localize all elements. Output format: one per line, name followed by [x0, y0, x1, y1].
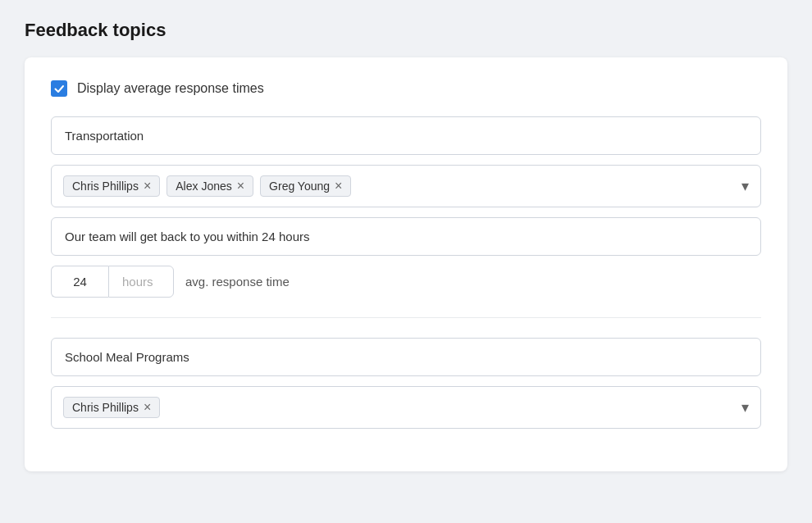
tag-label: Chris Phillips	[72, 401, 139, 414]
topic-2-tags-dropdown[interactable]: Chris Phillips × ▾	[51, 386, 761, 429]
topic-1-tag-alex-jones: Alex Jones ×	[167, 175, 253, 197]
topic-1-block: Chris Phillips × Alex Jones × Greg Young…	[51, 116, 761, 298]
topic-1-tag-chris-phillips-remove[interactable]: ×	[144, 180, 151, 193]
tag-label: Chris Phillips	[72, 180, 139, 193]
checkbox-label: Display average response times	[77, 81, 264, 96]
topic-1-tag-alex-jones-remove[interactable]: ×	[237, 180, 244, 193]
section-divider	[51, 317, 761, 318]
topic-1-name-input[interactable]	[51, 116, 761, 155]
topic-2-tags-dropdown-arrow[interactable]: ▾	[741, 398, 749, 416]
topic-1-tag-greg-young: Greg Young ×	[260, 175, 351, 197]
checkmark-icon	[54, 84, 65, 94]
topic-1-message-input[interactable]	[51, 217, 761, 256]
topic-1-tags-dropdown[interactable]: Chris Phillips × Alex Jones × Greg Young…	[51, 165, 761, 207]
feedback-topics-card: Display average response times Chris Phi…	[25, 57, 787, 471]
topic-2-tag-chris-phillips-remove[interactable]: ×	[144, 401, 151, 414]
topic-1-response-time-row: hours avg. response time	[51, 266, 761, 298]
page-title: Feedback topics	[25, 20, 787, 41]
topic-1-tags-dropdown-arrow[interactable]: ▾	[741, 177, 749, 195]
tag-label: Greg Young	[269, 180, 330, 193]
topic-2-name-input[interactable]	[51, 338, 761, 376]
topic-1-response-time-label: avg. response time	[185, 275, 290, 289]
display-avg-response-checkbox[interactable]	[51, 80, 67, 97]
tag-label: Alex Jones	[176, 180, 231, 193]
topic-2-tag-chris-phillips: Chris Phillips ×	[63, 397, 160, 418]
topic-1-response-time-unit: hours	[108, 266, 174, 298]
display-avg-response-checkbox-row[interactable]: Display average response times	[51, 80, 761, 97]
topic-2-block: Chris Phillips × ▾	[51, 338, 761, 429]
topic-1-response-time-number-input[interactable]	[51, 266, 108, 298]
topic-1-tag-greg-young-remove[interactable]: ×	[335, 180, 342, 193]
topic-1-tag-chris-phillips: Chris Phillips ×	[63, 175, 160, 197]
